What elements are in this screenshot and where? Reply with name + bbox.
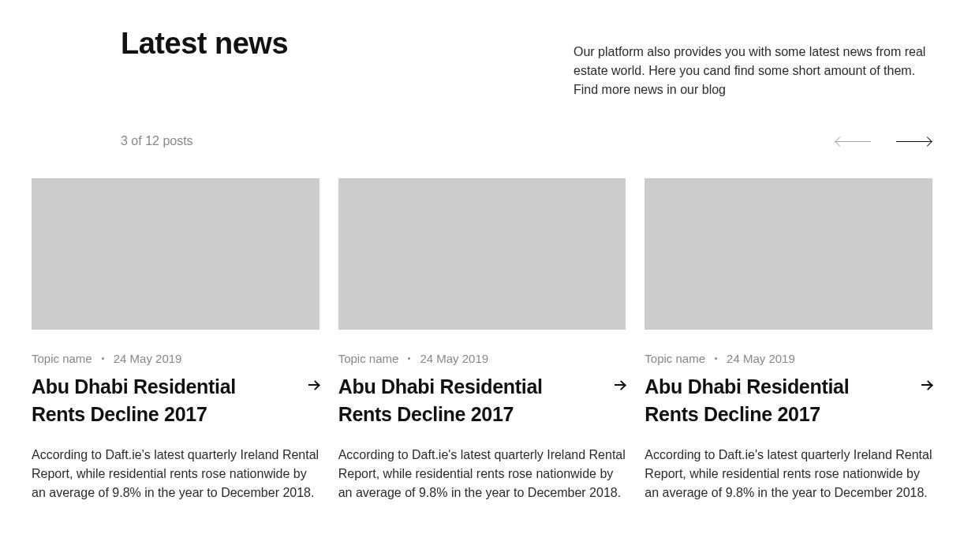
arrow-right-icon (896, 141, 931, 142)
section-title: Latest news (121, 27, 288, 61)
card-title[interactable]: Abu Dhabi Residential Rents Decline 2017 (338, 373, 562, 428)
next-button[interactable] (895, 135, 932, 147)
card-read-more-button[interactable] (921, 373, 932, 391)
card-body: According to Daft.ie's latest quarterly … (32, 446, 319, 502)
card-title[interactable]: Abu Dhabi Residential Rents Decline 2017 (32, 373, 256, 428)
dot-separator-icon (408, 357, 410, 360)
card-meta: Topic name 24 May 2019 (32, 352, 319, 365)
card-read-more-button[interactable] (308, 373, 319, 391)
arrow-left-icon (836, 141, 871, 142)
news-card: Topic name 24 May 2019 Abu Dhabi Residen… (338, 178, 626, 502)
carousel-controls: 3 of 12 posts (32, 134, 932, 148)
posts-counter: 3 of 12 posts (121, 134, 193, 148)
card-read-more-button[interactable] (615, 373, 626, 391)
arrow-right-icon (921, 381, 932, 389)
section-description: Our platform also provides you with some… (574, 43, 932, 99)
nav-arrows (835, 135, 932, 147)
news-cards: Topic name 24 May 2019 Abu Dhabi Residen… (32, 178, 932, 502)
card-topic: Topic name (338, 352, 399, 365)
card-meta: Topic name 24 May 2019 (338, 352, 626, 365)
news-card: Topic name 24 May 2019 Abu Dhabi Residen… (645, 178, 932, 502)
dot-separator-icon (715, 357, 717, 360)
card-topic: Topic name (32, 352, 92, 365)
news-card: Topic name 24 May 2019 Abu Dhabi Residen… (32, 178, 319, 502)
arrow-right-icon (308, 381, 319, 389)
card-topic: Topic name (645, 352, 705, 365)
card-image-placeholder (645, 178, 932, 330)
card-image-placeholder (338, 178, 626, 330)
arrow-right-icon (615, 381, 626, 389)
card-image-placeholder (32, 178, 319, 330)
section-header: Latest news Our platform also provides y… (32, 27, 932, 99)
card-date: 24 May 2019 (114, 352, 182, 365)
card-body: According to Daft.ie's latest quarterly … (645, 446, 932, 502)
card-body: According to Daft.ie's latest quarterly … (338, 446, 626, 502)
card-title[interactable]: Abu Dhabi Residential Rents Decline 2017 (645, 373, 869, 428)
card-date: 24 May 2019 (727, 352, 795, 365)
card-date: 24 May 2019 (420, 352, 488, 365)
prev-button[interactable] (835, 135, 872, 147)
dot-separator-icon (102, 357, 104, 360)
card-meta: Topic name 24 May 2019 (645, 352, 932, 365)
